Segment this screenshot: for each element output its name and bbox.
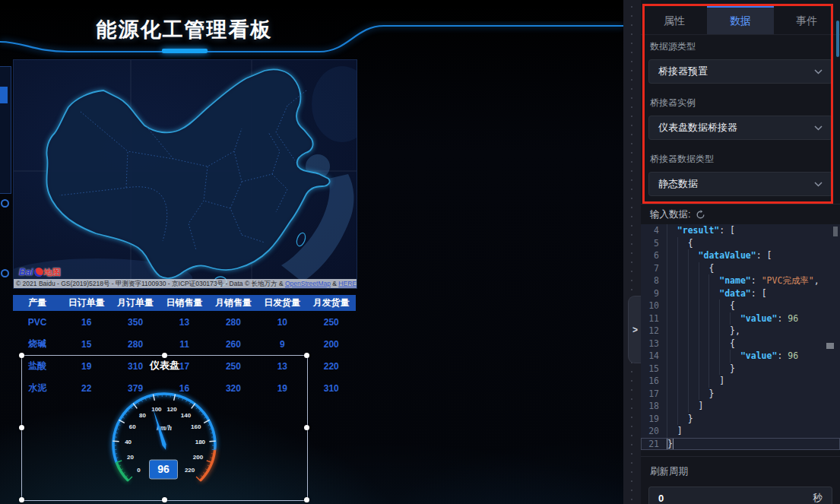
- table-cell: 17: [160, 361, 208, 372]
- line-number: 4: [641, 224, 667, 237]
- editor-line: 4 "result": [: [641, 224, 840, 237]
- table-cell: 水泥: [13, 382, 62, 395]
- table-cell: 16: [62, 317, 110, 328]
- panel-scrollbar-thumb[interactable]: [836, 21, 839, 57]
- dashboard-canvas: 能源化工管理看板: [0, 0, 623, 504]
- attribution-amp: &: [331, 280, 338, 287]
- table-cell: 11: [160, 339, 208, 350]
- bridge-datatype-select[interactable]: 静态数据: [648, 172, 832, 196]
- panel-collapse-handle[interactable]: [628, 296, 642, 363]
- gauge-widget[interactable]: 020406080100120140160180200220km/h96: [103, 382, 225, 504]
- editor-line: 7 {: [641, 262, 840, 275]
- line-number: 6: [641, 249, 667, 262]
- line-number: 8: [641, 274, 667, 287]
- table-cell: 250: [209, 361, 258, 372]
- editor-line: 14 "value": 96: [641, 350, 840, 363]
- table-header-cell: 月订单量: [111, 296, 160, 309]
- editor-line: 12 },: [641, 325, 840, 338]
- tab-data[interactable]: 数据: [707, 6, 773, 34]
- editor-line: 6 "dataValue": [: [641, 249, 840, 262]
- line-number: 11: [641, 312, 667, 325]
- bridge-instance-select[interactable]: 仪表盘数据桥接器: [648, 116, 832, 140]
- line-number: 10: [641, 300, 667, 312]
- table-cell: 15: [62, 339, 110, 350]
- line-number: 19: [641, 413, 667, 426]
- gauge-tick-label: 60: [129, 423, 136, 430]
- table-cell: 13: [160, 317, 208, 328]
- divider: [641, 456, 840, 457]
- panel-gutter: [623, 0, 641, 504]
- editor-line: 17 }: [641, 388, 840, 401]
- code-text: },: [667, 325, 740, 338]
- table-header-cell: 月销售量: [209, 296, 258, 309]
- editor-line: 18 ]: [641, 400, 840, 413]
- tab-events[interactable]: 事件: [774, 6, 840, 34]
- left-partial-widget[interactable]: [0, 66, 11, 194]
- table-cell: 200: [307, 339, 356, 350]
- resize-handle-w[interactable]: [19, 425, 24, 430]
- code-text: "result": [: [667, 224, 735, 237]
- bridge-instance-value: 仪表盘数据桥接器: [658, 121, 814, 135]
- gauge-tick-label: 40: [125, 439, 132, 445]
- datasource-type-select[interactable]: 桥接器预置: [648, 59, 832, 84]
- tab-properties[interactable]: 属性: [641, 6, 707, 34]
- table-cell: 13: [258, 361, 306, 372]
- table-cell: 烧碱: [13, 338, 62, 350]
- table-cell: 19: [62, 361, 110, 372]
- resize-handle-e[interactable]: [304, 425, 309, 430]
- gauge-arc-zone: [116, 462, 128, 480]
- bridge-datatype-label: 桥接器数据类型: [650, 153, 714, 166]
- refresh-icon[interactable]: [696, 210, 705, 220]
- map-control-icon[interactable]: [1, 269, 9, 277]
- openstreetmap-link[interactable]: OpenStreetMap: [285, 280, 331, 287]
- datasource-type-label: 数据源类型: [650, 40, 696, 53]
- code-text: }: [667, 413, 693, 426]
- page-title: 能源化工管理看板: [0, 16, 369, 43]
- code-text: ]: [667, 375, 724, 388]
- gauge-tick-label: 140: [181, 412, 192, 419]
- table-cell: 350: [111, 317, 160, 328]
- gauge-tick: [209, 441, 215, 442]
- line-number: 5: [641, 237, 667, 250]
- china-map-widget[interactable]: Bai 地图 © 2021 Baidu - GS(2019)5218号 - 甲测…: [13, 59, 357, 289]
- table-cell: 280: [209, 317, 258, 328]
- here-link[interactable]: HERE: [338, 280, 357, 287]
- line-number: 14: [641, 350, 667, 363]
- editor-line: 5 {: [641, 237, 840, 250]
- table-header-cell: 日发货量: [258, 296, 306, 309]
- editor-line: 16 ]: [641, 375, 840, 388]
- properties-panel: 属性 数据 事件 数据源类型 桥接器预置 桥接器实例 仪表盘数据桥接器 桥接器数…: [641, 0, 840, 504]
- resize-handle-n[interactable]: [162, 353, 167, 358]
- table-header-cell: 产量: [13, 296, 62, 309]
- baidu-map-logo: Bai 地图: [19, 266, 61, 278]
- resize-handle-s[interactable]: [162, 497, 167, 502]
- line-number: 12: [641, 325, 667, 338]
- resize-handle-sw[interactable]: [19, 497, 24, 502]
- refresh-period-input[interactable]: 0 秒: [648, 487, 832, 504]
- gauge-tick: [113, 441, 119, 442]
- resize-handle-nw[interactable]: [19, 353, 24, 358]
- gauge-tick-label: 0: [137, 467, 141, 474]
- divider: [641, 204, 840, 204]
- gauge-tick-label: 180: [195, 439, 206, 445]
- input-data-row: 输入数据:: [650, 208, 705, 221]
- map-control-icon[interactable]: [1, 199, 9, 208]
- editor-overview-marker: [826, 343, 834, 349]
- table-cell: 250: [307, 317, 356, 328]
- resize-handle-ne[interactable]: [304, 353, 309, 358]
- line-number: 7: [641, 262, 667, 275]
- table-row: 烧碱15280112609200: [13, 333, 356, 355]
- editor-scrollbar-thumb[interactable]: [833, 227, 838, 236]
- table-cell: 220: [307, 361, 356, 372]
- code-text: {: [667, 300, 735, 312]
- editor-line: 15 }: [641, 363, 840, 376]
- json-code-editor[interactable]: 4 "result": [5 {6 "dataValue": [7 {8 "na…: [641, 224, 840, 450]
- code-text: }: [667, 388, 714, 401]
- line-number: 21: [641, 438, 667, 451]
- code-text: "dataValue": [: [667, 249, 772, 262]
- resize-handle-se[interactable]: [304, 497, 309, 502]
- left-partial-bar: [0, 87, 8, 103]
- chevron-down-icon: [814, 182, 823, 187]
- table-cell: 310: [111, 361, 160, 372]
- baidu-logo-text: Bai: [19, 267, 33, 277]
